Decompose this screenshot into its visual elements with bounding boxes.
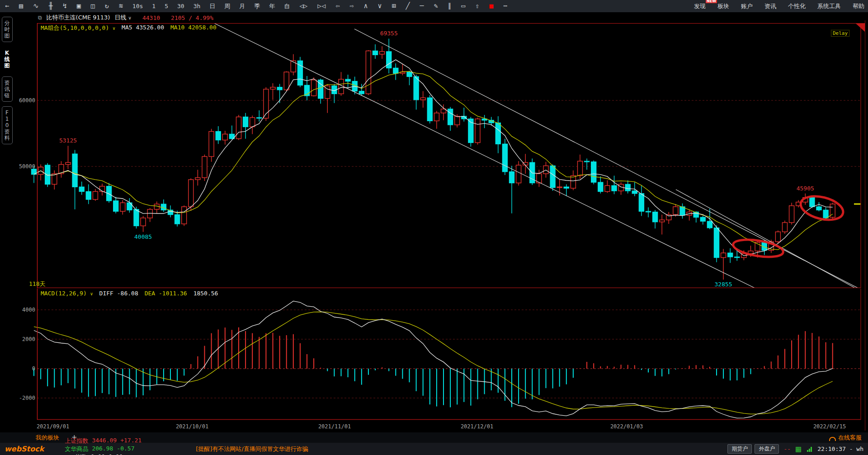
app-window: ←▤∿╫↯▣◫↻≋ 10s15303h日周月季年自 ◁▷▷◁⇦⇨∧∨⊞╱─✎∥▭… bbox=[0, 0, 868, 455]
ma-indicator-row: MA组合(5,10,0,0,0,0) ∨ MA5 43526.00 MA10 4… bbox=[41, 24, 217, 32]
macd-hist-value: 1850.56 bbox=[193, 290, 218, 297]
arrow-mark-icon[interactable]: ⇧ bbox=[470, 2, 484, 10]
period-button-10s[interactable]: 10s bbox=[128, 3, 147, 9]
visible-bars-count: 118天 bbox=[29, 280, 45, 288]
more-tools-icon[interactable]: ⋯ bbox=[498, 2, 512, 10]
svg-text:32855: 32855 bbox=[715, 281, 732, 288]
macd-indicator-selector[interactable]: MACD(12,26,9) ∨ bbox=[41, 290, 93, 297]
period-button-周[interactable]: 周 bbox=[220, 3, 235, 9]
status-clock: 22:10:37 - wh bbox=[817, 446, 863, 452]
zoom-in-icon[interactable]: ▷◁ bbox=[312, 2, 330, 10]
link-icon[interactable]: ⧉ bbox=[38, 14, 42, 21]
online-service-label: 在线客服 bbox=[838, 434, 862, 442]
ma10-value: MA10 42058.00 bbox=[170, 24, 217, 32]
scam-warning-notice: [提醒]有不法网站/直播间假冒文华进行诈骗 bbox=[196, 445, 308, 453]
menu-个性化[interactable]: 个性化 bbox=[788, 2, 806, 10]
macd-canvas[interactable] bbox=[0, 289, 868, 421]
connection-dashes: -- bbox=[783, 446, 791, 452]
line-chart-icon[interactable]: ∿ bbox=[28, 2, 44, 10]
menu-资讯[interactable]: 资讯 bbox=[764, 2, 776, 10]
svg-text:69355: 69355 bbox=[380, 30, 398, 37]
period-button-季[interactable]: 季 bbox=[250, 3, 264, 9]
macd-indicator-row: MACD(12,26,9) ∨ DIFF -86.08 DEA -1011.36… bbox=[41, 290, 218, 297]
signal-strength-icon bbox=[807, 446, 812, 452]
pan-left-icon[interactable]: ⇦ bbox=[330, 2, 344, 10]
period-button-日[interactable]: 日 bbox=[205, 3, 220, 9]
date-label: 2022/02/15 bbox=[813, 423, 846, 430]
rectangle-tool-icon[interactable]: ▭ bbox=[456, 2, 470, 10]
zoom-out-icon[interactable]: ◁▷ bbox=[294, 2, 312, 10]
contract-name[interactable]: 比特币主连(CME 9113) bbox=[47, 14, 110, 22]
futures-account-button[interactable]: 期货户 bbox=[727, 444, 752, 454]
menu-账户[interactable]: 账户 bbox=[741, 2, 753, 10]
chart-window-icon[interactable]: ▣ bbox=[72, 2, 86, 10]
trendline-icon[interactable]: ╱ bbox=[401, 2, 415, 10]
sidebar-tab-资讯链[interactable]: 资讯链 bbox=[2, 76, 13, 102]
main-menu: 发现NEW板块账户资讯个性化系统工具帮助 bbox=[694, 0, 864, 12]
macd-dea-value: DEA -1011.36 bbox=[145, 290, 187, 297]
ma-indicator-label: MA组合(5,10,0,0,0,0) bbox=[41, 24, 109, 31]
pan-right-icon[interactable]: ⇨ bbox=[344, 2, 359, 10]
index-quotes: 上证指数3446.09+17.21文华商品206.98-0.57CRB指数0.0… bbox=[44, 437, 142, 455]
svg-text:40085: 40085 bbox=[134, 233, 152, 240]
period-selector[interactable]: 日线 ∨ bbox=[114, 14, 131, 22]
macd-diff-value: DIFF -86.08 bbox=[99, 290, 138, 297]
window-right-border bbox=[865, 20, 865, 431]
online-service-link[interactable]: 在线客服 bbox=[829, 434, 862, 442]
svg-text:53125: 53125 bbox=[59, 137, 77, 144]
last-price: 44310 bbox=[142, 14, 160, 21]
horizontal-line-icon[interactable]: ─ bbox=[415, 2, 429, 10]
svg-text:45905: 45905 bbox=[797, 185, 814, 192]
chevron-down-icon: ∨ bbox=[113, 26, 115, 31]
quote-header: ⧉ 比特币主连(CME 9113) 日线 ∨ 44310 2105 / 4.99… bbox=[38, 14, 213, 22]
sidebar-tab-F10资料[interactable]: F10资料 bbox=[2, 106, 13, 144]
back-icon[interactable]: ← bbox=[0, 2, 14, 10]
menu-帮助[interactable]: 帮助 bbox=[853, 2, 864, 10]
keyboard-icon[interactable]: ▦ bbox=[795, 445, 802, 453]
date-label: 2021/12/01 bbox=[461, 423, 493, 430]
ma5-value: MA5 43526.00 bbox=[122, 24, 164, 32]
save-icon[interactable]: ◫ bbox=[86, 2, 100, 10]
period-button-30[interactable]: 30 bbox=[173, 3, 189, 9]
scale-up-icon[interactable]: ∧ bbox=[359, 2, 373, 10]
menu-发现[interactable]: 发现NEW bbox=[694, 2, 706, 10]
account-buttons: 期货户 外盘户 -- ▦ 22:10:37 - wh bbox=[727, 444, 868, 454]
menu-系统工具[interactable]: 系统工具 bbox=[817, 2, 841, 10]
period-button-5[interactable]: 5 bbox=[160, 3, 173, 9]
compress-icon[interactable]: ≋ bbox=[114, 2, 128, 10]
refresh-icon[interactable]: ↻ bbox=[100, 2, 114, 10]
scale-down-icon[interactable]: ∨ bbox=[373, 2, 387, 10]
sidebar-tab-分时图[interactable]: 分时图 bbox=[2, 17, 13, 42]
index-上证指数: 上证指数3446.09+17.21 bbox=[65, 437, 142, 445]
date-label: 2021/09/01 bbox=[37, 423, 69, 430]
quote-list-icon[interactable]: ▤ bbox=[14, 2, 28, 10]
period-button-1[interactable]: 1 bbox=[147, 3, 160, 9]
macd-indicator-label: MACD(12,26,9) bbox=[41, 290, 87, 297]
sidebar-tab-K线图[interactable]: K线图 bbox=[2, 47, 13, 72]
ma-indicator-selector[interactable]: MA组合(5,10,0,0,0,0) ∨ bbox=[41, 24, 115, 32]
date-label: 2022/01/03 bbox=[610, 423, 643, 430]
period-button-年[interactable]: 年 bbox=[264, 3, 279, 9]
overseas-account-button[interactable]: 外盘户 bbox=[755, 444, 779, 454]
menu-板块[interactable]: 板块 bbox=[717, 2, 729, 10]
index-CRB指数: CRB指数0.000.00 bbox=[65, 453, 142, 455]
period-button-月[interactable]: 月 bbox=[235, 3, 250, 9]
color-swatch-icon[interactable]: ■ bbox=[484, 2, 498, 10]
date-label: 2021/11/01 bbox=[318, 423, 351, 430]
top-toolbar: ←▤∿╫↯▣◫↻≋ 10s15303h日周月季年自 ◁▷▷◁⇦⇨∧∨⊞╱─✎∥▭… bbox=[0, 0, 868, 12]
delay-badge: Delay bbox=[831, 30, 849, 37]
status-bar: webStock 上证指数3446.09+17.21文华商品206.98-0.5… bbox=[0, 443, 868, 455]
period-button-自[interactable]: 自 bbox=[279, 3, 294, 9]
period-button-3h[interactable]: 3h bbox=[189, 3, 205, 9]
draw-pen-icon[interactable]: ✎ bbox=[429, 2, 443, 10]
date-label: 2021/10/01 bbox=[176, 423, 208, 430]
price-change: 2105 / 4.99% bbox=[171, 14, 213, 21]
layout-grid-icon[interactable]: ⊞ bbox=[387, 2, 401, 10]
candlestick-icon[interactable]: ╫ bbox=[44, 2, 58, 10]
parallel-lines-icon[interactable]: ∥ bbox=[443, 2, 457, 10]
kline-canvas[interactable]: 5312540085693553285545905 bbox=[0, 23, 868, 288]
headset-icon bbox=[829, 437, 836, 441]
period-label: 日线 bbox=[114, 14, 126, 21]
flash-order-icon[interactable]: ↯ bbox=[58, 2, 72, 10]
chevron-down-icon: ∨ bbox=[128, 15, 132, 20]
